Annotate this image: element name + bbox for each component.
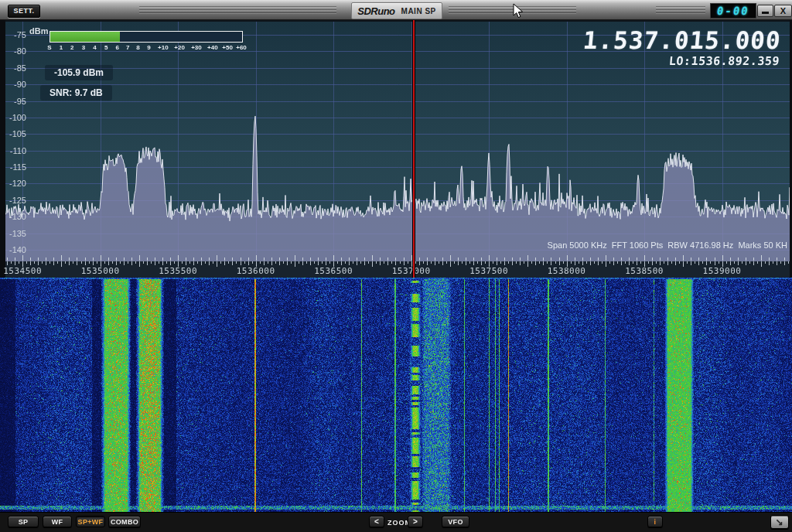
vfo-button[interactable]: VFO bbox=[442, 516, 469, 527]
dbm-tick-label: -120 bbox=[3, 178, 26, 189]
freq-scale-label: 1538000 bbox=[548, 266, 586, 276]
titlebar-groove-far-right bbox=[656, 6, 705, 15]
smeter-scale-label: 6 bbox=[116, 44, 119, 51]
snr-readout: SNR: 9.7 dB bbox=[40, 85, 112, 101]
minimize-button[interactable] bbox=[757, 5, 773, 17]
smeter-scale-label: +60 bbox=[236, 44, 247, 51]
freq-scale-label: 1536000 bbox=[237, 266, 275, 276]
sp-view-button[interactable]: SP bbox=[8, 516, 39, 527]
dbm-tick-label: -125 bbox=[3, 195, 26, 206]
power-readout: -105.9 dBm bbox=[45, 65, 113, 80]
title-plate: SDRuno MAIN SP bbox=[351, 2, 442, 19]
dbm-unit-label: dBm bbox=[29, 26, 48, 36]
smeter-scale-label: 3 bbox=[82, 44, 85, 51]
freq-scale-label: 1534500 bbox=[3, 266, 42, 276]
smeter-scale-label: 1 bbox=[60, 44, 63, 51]
freq-scale-label: 1537000 bbox=[392, 266, 431, 276]
smeter-scale-label: 9 bbox=[147, 44, 150, 51]
smeter-scale-label: +30 bbox=[191, 44, 202, 51]
close-button[interactable]: X bbox=[774, 5, 792, 17]
dbm-tick-label: -115 bbox=[3, 162, 26, 172]
span-fft-rbw-info: Span 5000 KHz FFT 1060 Pts RBW 4716.98 H… bbox=[548, 240, 787, 250]
s-meter: S123456789+10+20+30+40+50+60 bbox=[50, 31, 243, 51]
smeter-scale-label: 4 bbox=[93, 44, 96, 51]
titlebar-groove-left bbox=[139, 6, 336, 15]
led-status-display: 0-00 bbox=[710, 3, 756, 19]
smeter-scale-label: +10 bbox=[158, 44, 169, 51]
freq-scale-label: 1537500 bbox=[469, 266, 508, 276]
dbm-tick-label: -85 bbox=[3, 63, 26, 73]
smeter-scale-label: 5 bbox=[104, 44, 108, 51]
dbm-tick-label: -95 bbox=[3, 96, 26, 107]
settings-button[interactable]: SETT. bbox=[8, 5, 40, 18]
dbm-tick-label: -110 bbox=[3, 145, 26, 156]
freq-scale-label: 1539000 bbox=[703, 266, 742, 276]
dbm-tick-label: -105 bbox=[3, 128, 26, 139]
freq-scale-label: 1535000 bbox=[81, 266, 120, 276]
resize-grip[interactable]: ↘ bbox=[770, 515, 789, 529]
smeter-scale-label: 7 bbox=[126, 44, 129, 51]
smeter-scale-label: +20 bbox=[174, 44, 185, 51]
smeter-scale-label: 2 bbox=[70, 44, 73, 51]
lo-frequency-readout: LO:1536.892.359 bbox=[668, 54, 780, 68]
minimize-icon bbox=[762, 12, 769, 14]
zoom-out-button[interactable]: < bbox=[369, 516, 384, 527]
smeter-scale-label: 8 bbox=[136, 44, 139, 51]
tuning-cursor[interactable] bbox=[412, 20, 415, 278]
dbm-tick-label: -90 bbox=[3, 79, 26, 90]
waterfall-canvas[interactable] bbox=[0, 278, 792, 512]
zoom-in-button[interactable]: > bbox=[408, 516, 423, 527]
dbm-tick-label: -75 bbox=[3, 29, 26, 40]
dbm-tick-label: -100 bbox=[3, 112, 26, 123]
spectrum-panel: -75-80-85-90-95-100-105-110-115-120-125-… bbox=[0, 20, 792, 261]
smeter-scale-label: +50 bbox=[222, 44, 233, 51]
bottom-toolbar: SP WF SP+WF COMBO < ZOOM > VFO i ↘ bbox=[0, 512, 792, 532]
dbm-tick-label: -80 bbox=[3, 46, 26, 56]
smeter-scale-label: S bbox=[47, 44, 51, 51]
app-brand: SDRuno bbox=[357, 5, 394, 17]
info-button[interactable]: i bbox=[647, 516, 663, 527]
dbm-tick-label: -135 bbox=[3, 228, 26, 239]
smeter-scale-label: +40 bbox=[207, 44, 218, 51]
sdruno-main-sp-window: SETT. SDRuno MAIN SP 0-00 X -75-80-85-90… bbox=[0, 0, 792, 532]
freq-scale-label: 1535500 bbox=[159, 266, 197, 276]
s-meter-fill bbox=[50, 32, 120, 42]
dbm-tick-label: -140 bbox=[3, 244, 26, 255]
dbm-tick-label: -130 bbox=[3, 211, 26, 222]
title-bar[interactable]: SETT. SDRuno MAIN SP 0-00 X bbox=[0, 0, 792, 20]
titlebar-groove-right bbox=[449, 6, 576, 15]
frequency-scale[interactable]: 1534500153500015355001536000153650015370… bbox=[0, 261, 792, 278]
led-value: 0-00 bbox=[716, 5, 750, 17]
panel-title: MAIN SP bbox=[401, 7, 436, 15]
s-meter-bar bbox=[50, 31, 243, 43]
wf-view-button[interactable]: WF bbox=[43, 516, 72, 527]
freq-scale-label: 1536500 bbox=[314, 266, 353, 276]
freq-scale-label: 1538500 bbox=[625, 266, 664, 276]
combo-view-button[interactable]: COMBO bbox=[108, 516, 141, 527]
tuned-frequency-readout[interactable]: 1.537.015.000 bbox=[582, 26, 783, 54]
sp-plus-wf-view-button[interactable]: SP+WF bbox=[76, 516, 105, 527]
